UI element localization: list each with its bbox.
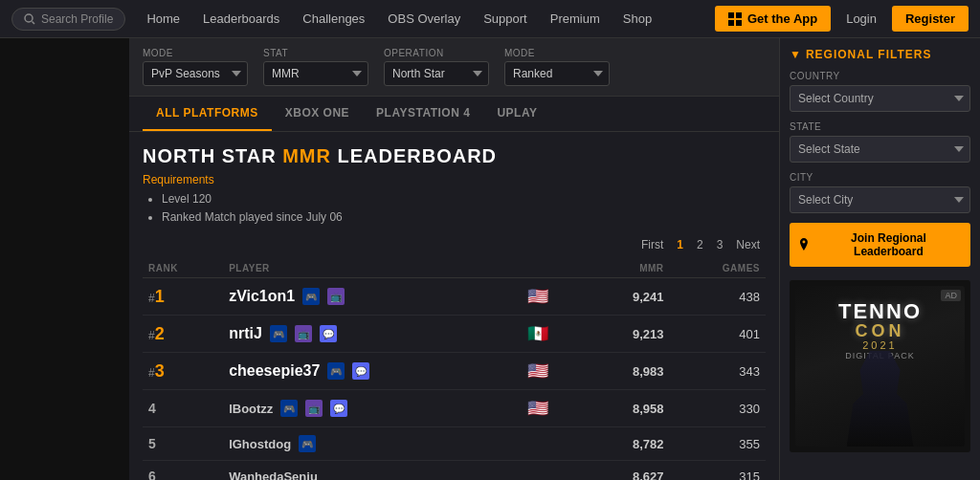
player-name[interactable]: lBootzz	[229, 402, 273, 416]
filter-bar: MODE PvP Seasons STAT MMR OPERATION Nort…	[129, 38, 779, 97]
col-mmr: MMR	[586, 259, 669, 278]
playstation-icon: 🎮	[270, 325, 287, 342]
leaderboard-body: NORTH STAR MMR LEADERBOARD Requirements …	[129, 132, 779, 480]
table-row[interactable]: #3 cheesepie37 🎮💬 🇺🇸8,983343	[143, 353, 766, 390]
mmr-cell: 9,241	[586, 278, 669, 316]
svg-rect-3	[736, 12, 742, 18]
state-select[interactable]: Select State	[790, 136, 970, 163]
mode-select[interactable]: PvP Seasons	[143, 61, 248, 86]
svg-rect-5	[736, 20, 742, 26]
country-label: Country	[790, 71, 970, 81]
ad-label: AD	[941, 290, 961, 301]
navigation: Search Profile Home Leaderboards Challen…	[0, 0, 980, 38]
flag-cell: 🇺🇸	[522, 353, 586, 390]
center-content: MODE PvP Seasons STAT MMR OPERATION Nort…	[129, 38, 779, 480]
advertisement: AD TENNO CON 2021 DIGITAL PACK	[790, 280, 970, 452]
flag-cell: 🇺🇸	[522, 278, 586, 316]
country-flag: 🇺🇸	[527, 361, 548, 381]
svg-line-1	[33, 21, 35, 24]
join-regional-button[interactable]: Join Regional Leaderboard	[790, 223, 970, 267]
register-button[interactable]: Register	[892, 6, 969, 32]
city-select[interactable]: Select City	[790, 186, 970, 213]
stat-filter-group: STAT MMR	[263, 48, 368, 86]
games-cell: 438	[670, 278, 766, 316]
rank-cell: 6	[143, 461, 223, 480]
location-icon	[798, 238, 810, 251]
search-label: Search Profile	[41, 12, 113, 26]
nav-home[interactable]: Home	[137, 11, 189, 26]
nav-challenges[interactable]: Challenges	[293, 11, 374, 26]
tab-xbox[interactable]: Xbox One	[272, 97, 363, 131]
discord-icon: 💬	[330, 400, 347, 417]
page-3[interactable]: 3	[713, 236, 727, 253]
mmr-cell: 8,958	[586, 390, 669, 427]
flag-cell: 🇲🇽	[522, 316, 586, 353]
mmr-cell: 8,627	[586, 461, 669, 480]
login-button[interactable]: Login	[835, 6, 888, 32]
mmr-cell: 8,983	[586, 353, 669, 390]
table-row[interactable]: #2 nrtiJ 🎮📺💬 🇲🇽9,213401	[143, 316, 766, 353]
svg-rect-4	[728, 20, 734, 26]
player-name[interactable]: cheesepie37	[229, 362, 320, 380]
requirements-label: Requirements	[143, 173, 766, 186]
tab-playstation[interactable]: PlayStation 4	[363, 97, 483, 131]
page-2[interactable]: 2	[693, 236, 707, 253]
mmr-cell: 9,213	[586, 316, 669, 353]
nav-support[interactable]: Support	[474, 11, 537, 26]
col-rank: Rank	[143, 259, 223, 278]
mode-filter-group: MODE PvP Seasons	[143, 48, 248, 86]
ad-figure	[795, 341, 965, 447]
operation-select[interactable]: North Star	[384, 61, 489, 86]
country-select[interactable]: Select Country	[790, 85, 970, 112]
mode2-select[interactable]: Ranked	[504, 61, 610, 86]
player-cell: cheesepie37 🎮💬	[223, 353, 522, 390]
twitch-icon: 📺	[327, 288, 345, 305]
operation-filter-group: OPERATION North Star	[384, 48, 489, 86]
playstation-icon: 🎮	[280, 400, 298, 417]
rank-cell: #2	[143, 316, 223, 353]
get-app-button[interactable]: Get the App	[715, 6, 831, 32]
stat-label: STAT	[263, 48, 368, 58]
stat-select[interactable]: MMR	[263, 61, 368, 86]
rank-cell: #1	[143, 278, 223, 316]
playstation-icon: 🎮	[302, 288, 320, 305]
flag-cell	[522, 461, 586, 480]
country-flag: 🇺🇸	[527, 399, 548, 418]
right-panel: ▼ Regional Filters Country Select Countr…	[779, 38, 980, 480]
nav-leaderboards[interactable]: Leaderboards	[193, 11, 289, 26]
player-cell: zVic1on1 🎮📺	[223, 278, 522, 316]
svg-point-0	[25, 14, 33, 22]
search-profile[interactable]: Search Profile	[11, 8, 125, 31]
page-next[interactable]: Next	[732, 236, 764, 253]
table-row[interactable]: 6 WanhedaSenju 8,627315	[143, 461, 766, 480]
player-cell: nrtiJ 🎮📺💬	[223, 316, 522, 353]
player-name[interactable]: zVic1on1	[229, 288, 295, 305]
requirement-item: Ranked Match played since July 06	[162, 208, 766, 227]
requirements-list: Level 120 Ranked Match played since July…	[143, 190, 766, 227]
nav-premium[interactable]: Premium	[541, 11, 610, 26]
table-row[interactable]: 5 lGhostdog 🎮 8,782355	[143, 427, 766, 461]
page-1[interactable]: 1	[673, 236, 687, 253]
country-flag: 🇲🇽	[527, 324, 548, 343]
table-row[interactable]: #1 zVic1on1 🎮📺 🇺🇸9,241438	[143, 278, 766, 316]
games-cell: 355	[670, 427, 766, 461]
page-first[interactable]: First	[637, 236, 667, 253]
rank-cell: 4	[143, 390, 223, 427]
games-cell: 401	[670, 316, 766, 353]
player-cell: WanhedaSenju	[223, 461, 522, 480]
main-layout: MODE PvP Seasons STAT MMR OPERATION Nort…	[0, 38, 980, 480]
table-row[interactable]: 4 lBootzz 🎮📺💬 🇺🇸8,958330	[143, 390, 766, 427]
discord-icon: 💬	[352, 362, 369, 380]
tab-uplay[interactable]: Uplay	[483, 97, 550, 131]
ad-tenno-text: TENNO CON	[838, 301, 922, 339]
tab-all-platforms[interactable]: All Platforms	[143, 97, 272, 131]
player-name[interactable]: lGhostdog	[229, 437, 291, 451]
player-name[interactable]: WanhedaSenju	[229, 469, 318, 480]
nav-shop[interactable]: Shop	[613, 11, 661, 26]
nav-obs[interactable]: OBS Overlay	[378, 11, 470, 26]
mmr-cell: 8,782	[586, 427, 669, 461]
mode-label: MODE	[143, 48, 248, 58]
player-cell: lGhostdog 🎮	[223, 427, 522, 461]
player-name[interactable]: nrtiJ	[229, 325, 262, 342]
player-cell: lBootzz 🎮📺💬	[223, 390, 522, 427]
